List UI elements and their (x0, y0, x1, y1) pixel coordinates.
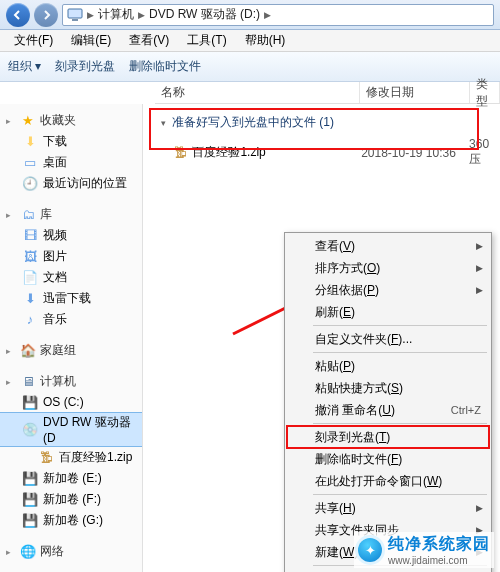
breadcrumb-drive[interactable]: DVD RW 驱动器 (D:) (149, 6, 260, 23)
nav-item-pictures[interactable]: 🖼图片 (0, 246, 142, 267)
nav-group-homegroup[interactable]: ▸🏠家庭组 (0, 340, 142, 361)
ctx-group[interactable]: 分组依据(P)▶ (287, 279, 489, 301)
ctx-divider (313, 423, 487, 424)
nav-label: OS (C:) (43, 395, 84, 409)
ctx-open-cmd[interactable]: 在此处打开命令窗口(W) (287, 470, 489, 492)
menu-tools[interactable]: 工具(T) (179, 30, 234, 51)
watermark: ✦ 纯净系统家园 www.jidaimei.com (354, 532, 494, 568)
toolbar: 组织 ▾ 刻录到光盘 删除临时文件 (0, 52, 500, 82)
toolbar-burn[interactable]: 刻录到光盘 (55, 58, 115, 75)
file-name: 百度经验1.zip (192, 144, 361, 161)
network-icon: 🌐 (20, 544, 36, 560)
nav-label: 文档 (43, 269, 67, 286)
nav-label: 收藏夹 (40, 112, 76, 129)
context-menu: 查看(V)▶ 排序方式(O)▶ 分组依据(P)▶ 刷新(E) 自定义文件夹(F)… (284, 232, 492, 572)
submenu-arrow-icon: ▶ (476, 503, 483, 513)
star-icon: ★ (20, 113, 36, 129)
nav-group-computer[interactable]: ▸🖥计算机 (0, 371, 142, 392)
ctx-delete-temp[interactable]: 删除临时文件(F) (287, 448, 489, 470)
nav-back-button[interactable] (6, 3, 30, 27)
nav-label: 新加卷 (E:) (43, 470, 102, 487)
ctx-share[interactable]: 共享(H)▶ (287, 497, 489, 519)
titlebar: ▶ 计算机 ▶ DVD RW 驱动器 (D:) ▶ (0, 0, 500, 30)
ctx-refresh[interactable]: 刷新(E) (287, 301, 489, 323)
music-icon: ♪ (22, 312, 38, 328)
nav-label: 视频 (43, 227, 67, 244)
file-group-header[interactable]: ▾ 准备好写入到光盘中的文件 (1) (143, 108, 500, 135)
nav-label: 最近访问的位置 (43, 175, 127, 192)
zip-icon: 🗜 (38, 450, 54, 466)
document-icon: 📄 (22, 270, 38, 286)
breadcrumb-separator-icon: ▶ (87, 10, 94, 20)
picture-icon: 🖼 (22, 249, 38, 265)
nav-item-videos[interactable]: 🎞视频 (0, 225, 142, 246)
nav-label: DVD RW 驱动器 (D (43, 414, 136, 445)
nav-group-network[interactable]: ▸🌐网络 (0, 541, 142, 562)
nav-item-drive-f[interactable]: 💾新加卷 (F:) (0, 489, 142, 510)
menu-edit[interactable]: 编辑(E) (63, 30, 119, 51)
nav-item-recent[interactable]: 🕘最近访问的位置 (0, 173, 142, 194)
submenu-arrow-icon: ▶ (476, 285, 483, 295)
ctx-properties[interactable]: 属性(R) (287, 568, 489, 572)
nav-item-dvd[interactable]: 💿DVD RW 驱动器 (D (0, 412, 142, 447)
nav-group-libraries[interactable]: ▸🗂库 (0, 204, 142, 225)
nav-group-favorites[interactable]: ▸★收藏夹 (0, 110, 142, 131)
nav-item-music[interactable]: ♪音乐 (0, 309, 142, 330)
breadcrumb-separator-icon: ▶ (138, 10, 145, 20)
nav-item-downloads[interactable]: ⬇下载 (0, 131, 142, 152)
nav-label: 桌面 (43, 154, 67, 171)
ctx-paste[interactable]: 粘贴(P) (287, 355, 489, 377)
ctx-shortcut: Ctrl+Z (451, 404, 481, 416)
desktop-icon: ▭ (22, 155, 38, 171)
menubar: 文件(F) 编辑(E) 查看(V) 工具(T) 帮助(H) (0, 30, 500, 52)
drive-icon: 💾 (22, 471, 38, 487)
drive-icon: 💾 (22, 492, 38, 508)
collapse-icon: ▾ (161, 118, 166, 128)
navigation-pane: ▸★收藏夹 ⬇下载 ▭桌面 🕘最近访问的位置 ▸🗂库 🎞视频 🖼图片 📄文档 ⬇… (0, 104, 143, 572)
file-row[interactable]: 🗜 百度经验1.zip 2018-10-19 10:36 360压 (143, 135, 500, 170)
ctx-view[interactable]: 查看(V)▶ (287, 235, 489, 257)
nav-item-drive-g[interactable]: 💾新加卷 (G:) (0, 510, 142, 531)
nav-label: 图片 (43, 248, 67, 265)
menu-help[interactable]: 帮助(H) (237, 30, 294, 51)
column-type[interactable]: 类型 (470, 82, 500, 103)
breadcrumb-computer[interactable]: 计算机 (98, 6, 134, 23)
nav-label: 迅雷下载 (43, 290, 91, 307)
ctx-paste-shortcut[interactable]: 粘贴快捷方式(S) (287, 377, 489, 399)
library-icon: 🗂 (20, 207, 36, 223)
svg-rect-0 (68, 9, 82, 18)
ctx-sort[interactable]: 排序方式(O)▶ (287, 257, 489, 279)
svg-rect-1 (72, 19, 78, 21)
ctx-burn-to-disc[interactable]: 刻录到光盘(T) (287, 426, 489, 448)
nav-item-zip[interactable]: 🗜百度经验1.zip (0, 447, 142, 468)
ctx-divider (313, 352, 487, 353)
nav-forward-button[interactable] (34, 3, 58, 27)
ctx-undo[interactable]: 撤消 重命名(U)Ctrl+Z (287, 399, 489, 421)
ctx-divider (313, 325, 487, 326)
toolbar-organize[interactable]: 组织 ▾ (8, 58, 41, 75)
nav-label: 家庭组 (40, 342, 76, 359)
dvd-icon: 💿 (22, 422, 38, 438)
nav-label: 库 (40, 206, 52, 223)
computer-icon: 🖥 (20, 374, 36, 390)
nav-item-drive-e[interactable]: 💾新加卷 (E:) (0, 468, 142, 489)
column-date[interactable]: 修改日期 (360, 82, 470, 103)
nav-item-xunlei[interactable]: ⬇迅雷下载 (0, 288, 142, 309)
nav-item-documents[interactable]: 📄文档 (0, 267, 142, 288)
breadcrumb-separator-icon: ▶ (264, 10, 271, 20)
nav-item-desktop[interactable]: ▭桌面 (0, 152, 142, 173)
ctx-customize[interactable]: 自定义文件夹(F)... (287, 328, 489, 350)
nav-label: 计算机 (40, 373, 76, 390)
nav-item-drive-c[interactable]: 💾OS (C:) (0, 392, 142, 412)
menu-view[interactable]: 查看(V) (121, 30, 177, 51)
menu-file[interactable]: 文件(F) (6, 30, 61, 51)
toolbar-delete-temp[interactable]: 删除临时文件 (129, 58, 201, 75)
column-name[interactable]: 名称 (155, 82, 360, 103)
nav-label: 音乐 (43, 311, 67, 328)
nav-label: 网络 (40, 543, 64, 560)
address-bar[interactable]: ▶ 计算机 ▶ DVD RW 驱动器 (D:) ▶ (62, 4, 494, 26)
file-date: 2018-10-19 10:36 (361, 146, 469, 160)
nav-label: 下载 (43, 133, 67, 150)
watermark-logo-icon: ✦ (358, 538, 382, 562)
file-type: 360压 (469, 137, 500, 168)
